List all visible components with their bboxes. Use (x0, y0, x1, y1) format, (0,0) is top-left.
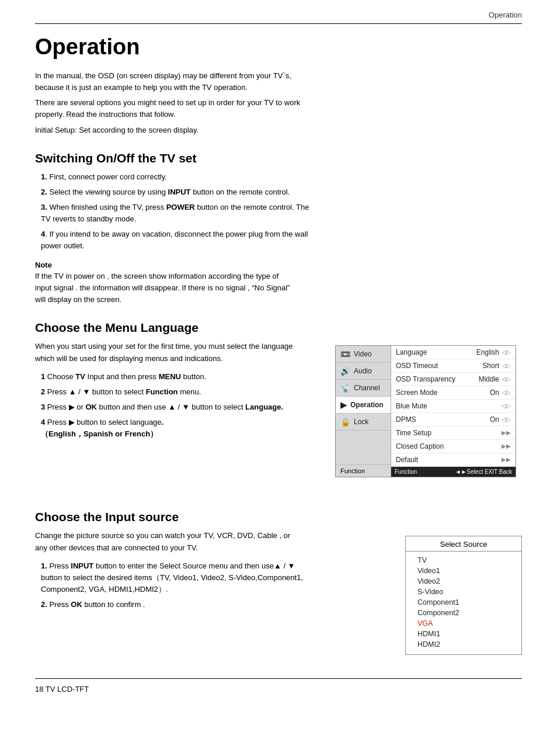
osd-label: OSD Transparency (396, 375, 474, 383)
osd-arrow: ◁▷ (502, 349, 511, 355)
input-source-content: Change the picture source so you can wat… (35, 530, 522, 655)
osd-label: Blue Mute (396, 402, 474, 410)
input-source-section: Choose the Input source Change the pictu… (35, 510, 522, 655)
note-text: If the TV in power on , the screen show … (35, 271, 292, 306)
osd-arrow: ▶▶ (502, 443, 511, 449)
select-source-wrap: Select Source TV Video1 Video2 S-Video C… (335, 536, 522, 655)
osd-footer-label: Function (395, 469, 417, 475)
note-title: Note (35, 261, 522, 269)
osd-sidebar-item-audio[interactable]: 🔊 Audio (336, 363, 391, 380)
osd-label: DPMS (396, 415, 474, 424)
osd-value: English (476, 348, 499, 356)
osd-sidebar-item-video[interactable]: 📼 Video (336, 346, 391, 363)
osd-label: OSD Timeout (396, 362, 474, 370)
menu-language-intro: When you start using your set for the fi… (35, 341, 304, 365)
osd-sidebar-label: Lock (354, 418, 368, 426)
list-item: Video1 (417, 566, 510, 576)
osd-arrow: ▶▶ (502, 429, 511, 436)
list-item: TV (417, 555, 510, 566)
input-source-col-text: Change the picture source so you can wat… (35, 530, 321, 614)
channel-icon: 📡 (340, 383, 350, 393)
osd-row-dpms: DPMS On ◁▷ (391, 413, 516, 426)
osd-label: Default (396, 456, 474, 464)
osd-label: Screen Mode (396, 389, 474, 397)
page: Operation Operation In the manual, the O… (0, 0, 557, 717)
osd-sidebar-label: Audio (354, 367, 372, 375)
osd-row-time-setup: Time Setup ▶▶ (391, 426, 516, 440)
osd-sidebar-label: Operation (350, 401, 384, 409)
select-source-image: Select Source TV Video1 Video2 S-Video C… (335, 530, 522, 655)
lock-icon: 🔒 (340, 417, 350, 426)
list-item: 4. If you intend to be away on vacation,… (41, 228, 309, 252)
footer-label: 18 TV LCD-TFT (35, 685, 522, 693)
osd-label: Time Setup (396, 429, 474, 437)
osd-row-screen-mode: Screen Mode On ◁▷ (391, 386, 516, 400)
osd-label: Closed Caption (396, 442, 474, 450)
osd-value: Short (476, 362, 499, 370)
audio-icon: 🔊 (340, 366, 350, 376)
top-divider (35, 23, 522, 24)
list-item: 2. Select the viewing source by using IN… (41, 186, 309, 198)
input-source-steps: 1. Press INPUT button to enter the Selec… (41, 560, 321, 611)
list-item: Component2 (417, 608, 510, 618)
list-item: Video2 (417, 576, 510, 587)
select-source-title: Select Source (406, 536, 521, 552)
list-item: 3. When finished using the TV, press POW… (41, 202, 309, 225)
list-item: 1. Press INPUT button to enter the Selec… (41, 560, 309, 595)
list-item: HDMI2 (417, 639, 510, 650)
osd-sidebar-footer: Function (336, 464, 391, 477)
list-item: Component1 (417, 597, 510, 608)
menu-language-title: Choose the Menu Language (35, 321, 522, 335)
osd-menu-image: 📼 Video 🔊 Audio 📡 Channel (335, 341, 522, 477)
video-icon: 📼 (340, 349, 350, 359)
osd-arrow: ▶▶ (502, 456, 511, 463)
list-item: 2 Press ▲ / ▼ button to select Function … (41, 386, 309, 398)
list-item: 1 Choose TV Input and then press MENU bu… (41, 371, 309, 383)
osd-row-language: Language English ◁▷ (391, 346, 516, 359)
osd-menu: 📼 Video 🔊 Audio 📡 Channel (335, 345, 516, 477)
bottom-divider (35, 678, 522, 679)
osd-arrow: ◁▷ (502, 403, 511, 409)
osd-row-closed-caption: Closed Caption ▶▶ (391, 440, 516, 453)
intro-paragraph-2: There are several options you might need… (35, 97, 304, 120)
osd-arrow: ◁▷ (502, 376, 511, 382)
intro-paragraph-1: In the manual, the OSD (on screen displa… (35, 70, 304, 93)
osd-sidebar-label: Video (354, 350, 371, 358)
osd-row-osd-timeout: OSD Timeout Short ◁▷ (391, 359, 516, 373)
menu-language-section: Choose the Menu Language When you start … (35, 321, 522, 477)
list-item: 3 Press ▶ or OK button and then use ▲ / … (41, 401, 309, 413)
intro-paragraph-3: Initial Setup: Set according to the scre… (35, 124, 304, 136)
osd-sidebar-item-channel[interactable]: 📡 Channel (336, 380, 391, 397)
osd-row-default: Default ▶▶ (391, 453, 516, 467)
list-item: 4 Press ▶ button to select language. （En… (41, 417, 309, 440)
select-source-list: TV Video1 Video2 S-Video Component1 Comp… (406, 552, 521, 654)
input-source-intro: Change the picture source so you can wat… (35, 530, 304, 554)
list-item: S-Video (417, 587, 510, 597)
switching-steps-list: 1. First, connect power cord correctly. … (41, 171, 522, 252)
osd-arrow: ◁▷ (502, 416, 511, 422)
menu-language-col-text: When you start using your set for the fi… (35, 341, 321, 443)
list-item-vga: VGA (417, 618, 510, 629)
select-source-box: Select Source TV Video1 Video2 S-Video C… (405, 536, 522, 655)
osd-main: Language English ◁▷ OSD Timeout Short ◁▷… (391, 346, 516, 477)
osd-sidebar-item-lock[interactable]: 🔒 Lock (336, 414, 391, 431)
osd-label: Language (396, 348, 474, 356)
osd-footer-function-label: Function (340, 467, 365, 474)
osd-footer-bar: Function ◄►Select EXIT Back (391, 467, 516, 477)
osd-menu-wrap: 📼 Video 🔊 Audio 📡 Channel (335, 345, 522, 477)
list-item: 1. First, connect power cord correctly. (41, 171, 309, 183)
function-icon: ▶ (340, 400, 347, 410)
osd-footer-controls: ◄►Select EXIT Back (455, 469, 512, 475)
switching-section-title: Switching On/Off the TV set (35, 151, 522, 165)
osd-value: Middle (476, 375, 499, 383)
osd-arrow: ◁▷ (502, 389, 511, 396)
osd-arrow: ◁▷ (502, 362, 511, 369)
osd-sidebar: 📼 Video 🔊 Audio 📡 Channel (336, 346, 391, 477)
list-item: 2. Press OK button to confirm . (41, 599, 309, 611)
page-title: Operation (35, 34, 522, 60)
osd-sidebar-item-function[interactable]: ▶ Operation (336, 397, 391, 414)
input-source-title: Choose the Input source (35, 510, 522, 524)
menu-language-steps: 1 Choose TV Input and then press MENU bu… (41, 371, 321, 441)
osd-value: On (476, 415, 499, 424)
osd-value: On (476, 389, 499, 397)
